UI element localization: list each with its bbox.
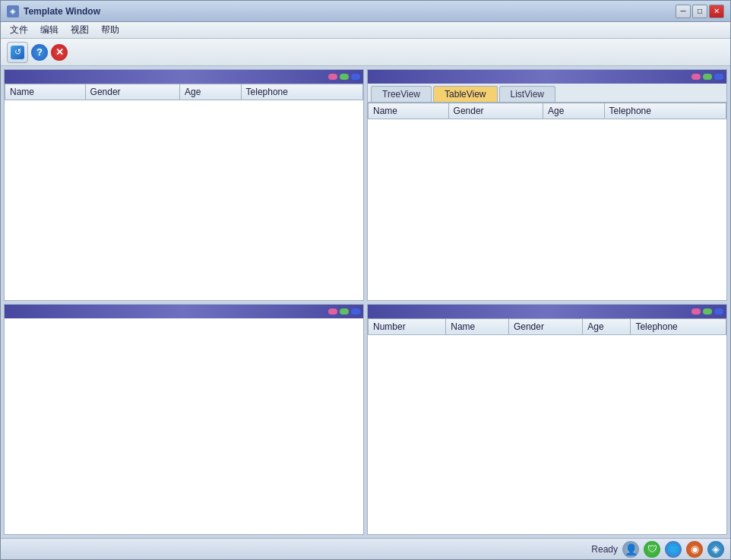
green-dot: [340, 74, 349, 80]
green-dot-3: [340, 308, 349, 315]
menu-help[interactable]: 帮助: [95, 22, 125, 38]
col-name: Name: [5, 84, 86, 100]
green-dot-4: [703, 308, 712, 315]
menu-edit[interactable]: 编辑: [34, 22, 65, 38]
window-icon: ◈: [7, 5, 19, 17]
menu-view[interactable]: 视图: [65, 22, 95, 38]
green-dot-2: [703, 74, 712, 80]
status-text: Ready: [591, 544, 618, 555]
br-col-gender: Gender: [508, 318, 582, 334]
main-window: ◈ Template Window ─ □ ✕ 文件 编辑 视图 帮助 ↺ ? …: [0, 0, 731, 560]
tr-col-name: Name: [369, 103, 449, 119]
br-col-age: Age: [583, 318, 631, 334]
person-icon: 👤: [622, 541, 639, 558]
tr-col-telephone: Telephone: [604, 103, 726, 119]
top-left-panel-header: [5, 70, 363, 84]
col-age: Age: [179, 84, 241, 100]
tab-bar: TreeView TableView ListView: [368, 84, 726, 103]
bottom-right-panel: Number Name Gender Age Telephone: [367, 304, 727, 536]
top-left-table: Name Gender Age Telephone: [5, 84, 363, 100]
pink-dot: [328, 74, 337, 80]
globe-icon: 🌐: [665, 541, 682, 558]
blue-dot-3: [351, 308, 360, 315]
tab-treeview[interactable]: TreeView: [371, 86, 432, 102]
close-button[interactable]: ✕: [709, 5, 724, 18]
pink-dot-2: [691, 74, 701, 80]
bottom-left-table-wrapper: [5, 318, 363, 535]
bottom-right-table-wrapper: Number Name Gender Age Telephone: [368, 318, 726, 535]
br-col-name: Name: [446, 318, 509, 334]
top-left-panel: Name Gender Age Telephone: [4, 69, 364, 301]
maximize-button[interactable]: □: [692, 5, 707, 18]
top-right-table: Name Gender Age Telephone: [368, 103, 726, 119]
bottom-left-panel-header: [5, 305, 363, 318]
col-telephone: Telephone: [241, 84, 362, 100]
pink-dot-3: [328, 308, 337, 315]
title-bar: ◈ Template Window ─ □ ✕: [1, 1, 730, 22]
toolbar: ↺ ? ✕: [1, 39, 730, 66]
top-right-table-wrapper: Name Gender Age Telephone: [368, 103, 726, 300]
blue-dot: [351, 74, 360, 80]
stop-icon[interactable]: ✕: [51, 44, 68, 61]
top-left-table-wrapper: Name Gender Age Telephone: [5, 84, 363, 300]
app-icon-2: ◈: [707, 541, 724, 558]
pink-dot-4: [691, 308, 701, 315]
status-bar: Ready 👤 🛡 🌐 ◉ ◈: [1, 538, 730, 559]
bottom-right-table: Number Name Gender Age Telephone: [368, 318, 726, 335]
top-left-header-row: Name Gender Age Telephone: [5, 84, 363, 100]
top-right-panel-header: [368, 70, 726, 84]
bottom-left-panel: [4, 304, 364, 536]
tab-tableview[interactable]: TableView: [433, 86, 497, 102]
window-title: Template Window: [24, 6, 671, 17]
col-gender: Gender: [85, 84, 179, 100]
bottom-right-header-row: Number Name Gender Age Telephone: [369, 318, 726, 334]
br-col-number: Number: [369, 318, 446, 334]
tab-listview[interactable]: ListView: [499, 86, 555, 102]
main-area: Name Gender Age Telephone: [1, 66, 730, 538]
blue-dot-2: [714, 74, 723, 80]
blue-dot-4: [714, 308, 723, 315]
bottom-right-panel-header: [368, 305, 726, 318]
tr-col-gender: Gender: [448, 103, 543, 119]
arrow-icon: ↺: [11, 46, 24, 59]
br-col-telephone: Telephone: [631, 318, 726, 334]
shield-icon: 🛡: [644, 541, 660, 558]
top-right-header-row: Name Gender Age Telephone: [369, 103, 726, 119]
title-bar-buttons: ─ □ ✕: [676, 5, 724, 18]
menu-bar: 文件 编辑 视图 帮助: [1, 22, 730, 39]
tr-col-age: Age: [543, 103, 604, 119]
toolbar-arrow-button[interactable]: ↺: [7, 42, 28, 63]
minimize-button[interactable]: ─: [676, 5, 691, 18]
help-icon[interactable]: ?: [31, 44, 48, 61]
top-right-panel: TreeView TableView ListView Name Gender …: [367, 69, 727, 301]
menu-file[interactable]: 文件: [4, 22, 34, 38]
app-icon-1: ◉: [686, 541, 703, 558]
